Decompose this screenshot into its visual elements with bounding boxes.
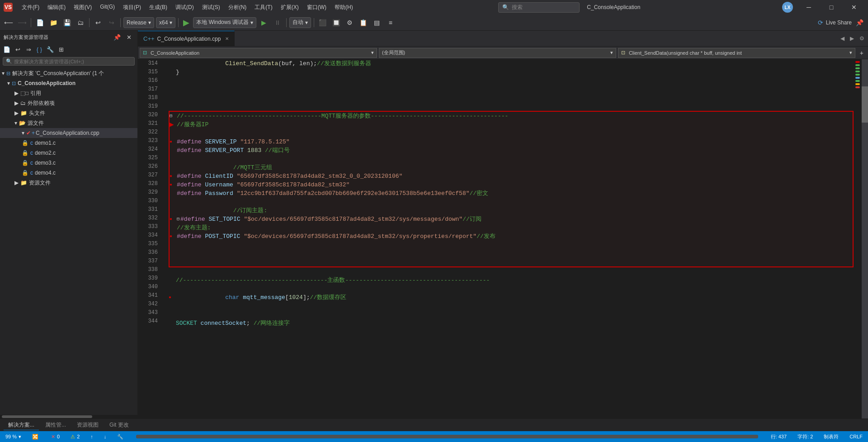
undo-button[interactable]: ↩ xyxy=(92,17,104,29)
status-row[interactable]: 行: 437 xyxy=(769,431,788,442)
close-button[interactable]: ✕ xyxy=(844,0,864,14)
forward-button[interactable]: ⟶ xyxy=(16,17,28,29)
pause-button[interactable]: ⏸ xyxy=(272,17,283,29)
menu-project[interactable]: 项目(P) xyxy=(119,3,145,12)
toolbar-extra-1[interactable]: ⬛ xyxy=(317,17,329,29)
tree-item-ref[interactable]: ▶ ⬚□ 引用 xyxy=(0,88,137,98)
sidebar-tb-1[interactable]: 📄 xyxy=(2,44,12,54)
sidebar-scrollbar[interactable] xyxy=(0,415,137,418)
menu-debug[interactable]: 调试(D) xyxy=(172,3,198,12)
menu-test[interactable]: 测试(S) xyxy=(198,3,224,12)
tree-item-demo3[interactable]: 🔒 c demo3.c xyxy=(0,158,137,168)
menu-tools[interactable]: 工具(T) xyxy=(251,3,276,12)
run-target-dropdown[interactable]: 本地 Windows 调试器 ▾ xyxy=(193,17,256,28)
status-col[interactable]: 字符: 2 xyxy=(796,431,815,442)
bottom-tab-git[interactable]: Git 更改 xyxy=(105,420,133,430)
auto-dropdown[interactable]: 自动 ▾ xyxy=(289,17,311,28)
bp-332[interactable]: ● xyxy=(170,215,177,223)
code-content[interactable]: Client_SendData(buf, len);//发送数据到服务器 } ⊟… xyxy=(165,59,854,418)
run-secondary-button[interactable]: ▶ xyxy=(258,17,270,29)
bp-327[interactable]: ● xyxy=(170,172,177,181)
tab-close-button[interactable]: ✕ xyxy=(225,36,229,41)
redo-button[interactable]: ↪ xyxy=(106,17,118,29)
run-button[interactable]: ▶ xyxy=(183,18,189,28)
sidebar-tb-3[interactable]: ⇒ xyxy=(24,44,33,54)
collapse-332[interactable]: ⊟ xyxy=(177,215,179,223)
collapse-arrow-320[interactable]: ⊟ xyxy=(170,112,177,120)
toolbar-extra-6[interactable]: ≡ xyxy=(385,17,396,29)
sidebar-search-box[interactable]: 🔍 xyxy=(3,57,135,66)
tree-item-resource[interactable]: ▶ 📁 资源文件 xyxy=(0,178,137,188)
bp-328[interactable]: ● xyxy=(170,181,177,189)
toolbar-extra-4[interactable]: 📋 xyxy=(358,17,369,29)
maximize-button[interactable]: □ xyxy=(821,0,842,14)
toolbar-extra-5[interactable]: ▤ xyxy=(371,17,383,29)
sidebar-collapse-button[interactable]: ✕ xyxy=(124,32,134,42)
tree-item-demo2[interactable]: 🔒 c demo2.c xyxy=(0,148,137,158)
status-git[interactable]: 🔀 xyxy=(30,431,42,442)
status-encoding[interactable]: 制表符 xyxy=(822,431,840,442)
status-tools[interactable]: 🔧 xyxy=(115,431,125,442)
release-dropdown[interactable]: Release ▾ xyxy=(123,17,154,28)
bottom-tab-resource[interactable]: 资源视图 xyxy=(72,420,103,430)
sidebar-pin-button[interactable]: 📌 xyxy=(112,32,122,42)
bp-341[interactable]: ● xyxy=(169,293,176,302)
editor-scrollbar[interactable] xyxy=(862,59,868,418)
bp-334[interactable]: ● xyxy=(170,232,177,241)
user-avatar[interactable]: LX xyxy=(782,2,793,13)
menu-extensions[interactable]: 扩展(X) xyxy=(277,3,302,12)
menu-build[interactable]: 生成(B) xyxy=(146,3,171,12)
editor-scrollbar-thumb[interactable] xyxy=(862,86,868,123)
toolbar-pin-button[interactable]: 📌 xyxy=(854,17,865,29)
nav-add-button[interactable]: + xyxy=(857,48,866,57)
arch-dropdown[interactable]: x64 ▾ xyxy=(156,17,175,28)
sidebar-tb-code[interactable]: { } xyxy=(34,44,44,54)
tab-settings[interactable]: ⚙ xyxy=(858,33,866,43)
save-all-button[interactable]: 🗂 xyxy=(75,17,86,29)
title-bar-search[interactable]: 🔍 搜索 xyxy=(498,2,580,13)
sidebar-tb-2[interactable]: ↩ xyxy=(13,44,23,54)
menu-window[interactable]: 窗口(W) xyxy=(303,3,330,12)
bp-323[interactable]: ● xyxy=(170,138,177,146)
status-zoom[interactable]: 99 % ▾ xyxy=(4,431,23,442)
status-warnings[interactable]: ⚠ 2 xyxy=(69,431,81,442)
toolbar-extra-3[interactable]: ⚙ xyxy=(344,17,356,29)
menu-git[interactable]: Git(G) xyxy=(96,3,118,12)
tree-item-demo4[interactable]: 🔒 c demo4.c xyxy=(0,168,137,178)
status-nav-down[interactable]: ↓ xyxy=(102,431,108,442)
tab-scroll-left[interactable]: ◀ xyxy=(839,33,846,43)
sidebar-tb-4[interactable]: 🔧 xyxy=(45,44,55,54)
tree-project[interactable]: ▾ ⊡ C_ConsoleApplication xyxy=(0,78,137,88)
tree-item-header[interactable]: ▶ 📁 头文件 xyxy=(0,108,137,118)
live-share[interactable]: ⟳ Live Share xyxy=(818,19,852,26)
minimize-button[interactable]: ─ xyxy=(798,0,819,14)
new-file-button[interactable]: 📄 xyxy=(34,17,46,29)
tree-solution[interactable]: ▾ ⊟ 解决方案 'C_ConsoleApplication' (1 个 xyxy=(0,68,137,78)
open-button[interactable]: 📁 xyxy=(47,17,59,29)
nav-member-dropdown[interactable]: ⊡ Client_SendData(unsigned char * buff, … xyxy=(618,48,855,58)
menu-edit[interactable]: 编辑(E) xyxy=(44,3,69,12)
sidebar-search-input[interactable] xyxy=(14,59,104,64)
tree-item-demo1[interactable]: 🔒 c demo1.c xyxy=(0,138,137,148)
tab-cpp[interactable]: C++ C_ConsoleApplication.cpp ✕ xyxy=(138,31,235,47)
menu-view[interactable]: 视图(V) xyxy=(70,3,95,12)
menu-file[interactable]: 文件(F) xyxy=(18,3,43,12)
tab-scroll-right[interactable]: ▶ xyxy=(848,33,856,43)
demo3-label: demo3.c xyxy=(35,160,56,166)
tree-item-external[interactable]: ▶ 🗂 外部依赖项 xyxy=(0,98,137,108)
status-errors[interactable]: ✕ 0 xyxy=(49,431,61,442)
nav-class-dropdown[interactable]: ⊡ C_ConsoleApplication ▾ xyxy=(140,48,377,58)
toolbar-extra-2[interactable]: 🔲 xyxy=(330,17,342,29)
bottom-tab-properties[interactable]: 属性管... xyxy=(41,420,71,430)
menu-analyze[interactable]: 分析(N) xyxy=(225,3,250,12)
save-button[interactable]: 💾 xyxy=(61,17,73,29)
status-nav-up[interactable]: ↑ xyxy=(89,431,95,442)
nav-scope-dropdown[interactable]: (全局范围) ▾ xyxy=(379,48,616,58)
menu-help[interactable]: 帮助(H) xyxy=(331,3,357,12)
status-line-ending[interactable]: CRLF xyxy=(848,431,864,442)
tree-item-source[interactable]: ▾ 📂 源文件 xyxy=(0,118,137,128)
sidebar-tb-5[interactable]: ⊞ xyxy=(56,44,66,54)
bottom-tab-solution[interactable]: 解决方案... xyxy=(4,420,39,430)
tree-item-cpp[interactable]: ▾ ✔ + C_ConsoleApplication.cpp xyxy=(0,128,137,138)
back-button[interactable]: ⟵ xyxy=(3,17,14,29)
